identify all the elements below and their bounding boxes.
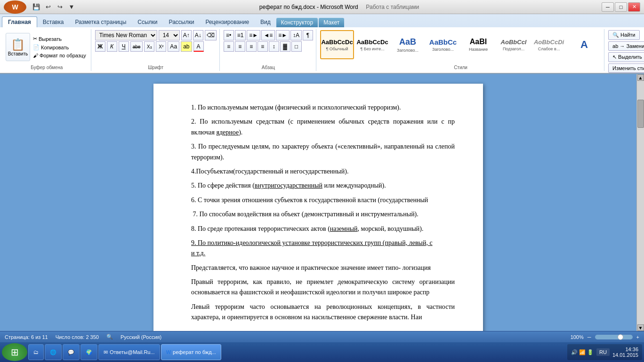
change-case-button[interactable]: Аа xyxy=(168,41,179,52)
styles-gallery: AaBbCcDc ¶ Обычный AaBbCcDc ¶ Без инте..… xyxy=(320,30,601,59)
office-button[interactable]: W xyxy=(4,0,26,14)
window-controls: ─ □ ✕ xyxy=(602,2,640,12)
editing-content: 🔍 Найти ab → Заменить ↖ Выделить Изменит… xyxy=(608,30,644,73)
redo-button[interactable]: ↪ xyxy=(55,2,65,12)
numbering-button[interactable]: ≡1 xyxy=(235,30,246,40)
increase-indent-button[interactable]: ≡► xyxy=(276,30,290,40)
document-scroll[interactable]: 1. По используемым методам (физический и… xyxy=(0,74,636,331)
customize-quick-access[interactable]: ▼ xyxy=(66,2,77,12)
taskbar-word[interactable]: W реферат по бжд... xyxy=(161,344,221,360)
vertical-scrollbar[interactable]: ▲ ▼ xyxy=(636,74,644,331)
style-heading1[interactable]: AaB Заголово... xyxy=(391,30,425,59)
find-button[interactable]: 🔍 Найти xyxy=(608,30,639,40)
change-styles-button[interactable]: Изменить стили xyxy=(608,63,644,73)
window-title: реферат по бжд.docx - Microsoft Word Раб… xyxy=(77,4,602,10)
title-bar-left: W 💾 ↩ ↪ ▼ xyxy=(4,0,77,14)
taskbar-chat[interactable]: 💬 xyxy=(63,344,80,360)
font-color-button[interactable]: А xyxy=(193,41,204,52)
superscript-button[interactable]: X² xyxy=(156,41,166,52)
style-normal[interactable]: AaBbCcDc ¶ Обычный xyxy=(320,30,354,59)
tab-home[interactable]: Главная xyxy=(2,16,37,27)
paragraph-1: 1. По используемым методам (физический и… xyxy=(191,102,455,113)
scroll-up-button[interactable]: ▲ xyxy=(637,74,644,81)
tab-references[interactable]: Ссылки xyxy=(132,17,163,27)
style-heading1-text: AaB xyxy=(399,37,416,47)
word-label: реферат по бжд... xyxy=(173,349,216,355)
word-count: Число слов: 2 350 xyxy=(56,334,99,340)
style-title[interactable]: AaBI Название xyxy=(461,30,495,59)
maximize-button[interactable]: □ xyxy=(615,2,627,12)
tab-constructor[interactable]: Конструктор xyxy=(276,18,318,27)
shading-button[interactable]: ▓ xyxy=(280,41,290,52)
align-left-button[interactable]: ≡ xyxy=(224,41,234,52)
subscript-button[interactable]: X₂ xyxy=(144,41,154,52)
font-size-select[interactable]: 14 xyxy=(159,30,180,40)
tab-mailings[interactable]: Рассылки xyxy=(163,17,200,27)
style-more[interactable]: A xyxy=(567,30,601,59)
font-name-select[interactable]: Times New Roman xyxy=(95,30,157,40)
zoom-minus-button[interactable]: ─ xyxy=(588,334,591,340)
undo-button[interactable]: ↩ xyxy=(43,2,53,12)
grow-font-button[interactable]: A↑ xyxy=(181,30,192,40)
date: 14.01.2015 xyxy=(612,352,638,358)
status-bar: Страница: 6 из 11 Число слов: 2 350 🔍 Ру… xyxy=(0,331,644,342)
shrink-font-button[interactable]: A↓ xyxy=(193,30,203,40)
bold-button[interactable]: Ж xyxy=(95,41,105,52)
paragraph-7: 7. По способам воздействия на объект (де… xyxy=(191,209,455,220)
start-button[interactable]: ⊞ xyxy=(2,343,27,361)
replace-button[interactable]: ab → Заменить xyxy=(608,41,644,51)
style-no-spacing[interactable]: AaBbCcDc ¶ Без инте... xyxy=(355,30,389,59)
minimize-button[interactable]: ─ xyxy=(602,2,614,12)
highlight-button[interactable]: ab xyxy=(181,41,192,52)
cut-button[interactable]: ✂ Вырезать xyxy=(31,35,88,43)
clear-format-button[interactable]: ⌫ xyxy=(205,30,217,40)
multilevel-button[interactable]: ≡► xyxy=(247,30,260,40)
taskbar-ie[interactable]: 🌐 xyxy=(45,344,62,360)
sort-button[interactable]: ↕A xyxy=(290,30,302,40)
taskbar-mail[interactable]: ✉ Ответы@Mail.Ru... xyxy=(98,344,160,360)
style-subtle-emphasis[interactable]: AoBbCcDi Слабое в... xyxy=(532,30,566,59)
scroll-down-button[interactable]: ▼ xyxy=(637,324,644,331)
borders-button[interactable]: □ xyxy=(291,41,302,52)
paragraph-5: 5. По сфере действия (внутригосударствен… xyxy=(191,181,455,191)
bullets-button[interactable]: ≡• xyxy=(224,30,234,40)
scroll-thumb[interactable] xyxy=(637,100,644,128)
zoom-plus-button[interactable]: + xyxy=(636,334,639,340)
tab-page-layout[interactable]: Разметка страницы xyxy=(69,17,132,27)
tab-view[interactable]: Вид xyxy=(255,17,276,27)
zoom-thumb[interactable] xyxy=(618,334,623,340)
tab-insert[interactable]: Вставка xyxy=(37,17,70,27)
font-group-label: Шрифт xyxy=(95,64,217,70)
font-controls: Times New Roman 14 A↑ A↓ ⌫ Ж К Ч аbe X₂ … xyxy=(95,30,217,52)
strikethrough-button[interactable]: аbe xyxy=(130,41,143,52)
save-button[interactable]: 💾 xyxy=(31,2,41,12)
show-hide-button[interactable]: ¶ xyxy=(303,30,313,40)
copy-button[interactable]: 📄 Копировать xyxy=(31,43,88,51)
align-center-button[interactable]: ≡ xyxy=(235,41,245,52)
tab-layout[interactable]: Макет xyxy=(319,18,344,27)
underline-button[interactable]: Ч xyxy=(119,41,129,52)
language: Русский (Россия) xyxy=(121,334,161,340)
taskbar-explorer[interactable]: 🗂 xyxy=(28,344,44,360)
paragraph-12: Левый терроризм часто основывается на ре… xyxy=(191,302,455,323)
close-button[interactable]: ✕ xyxy=(628,2,640,12)
decrease-indent-button[interactable]: ◄≡ xyxy=(261,30,275,40)
taskbar-chrome[interactable]: 🌍 xyxy=(80,344,97,360)
spell-check-icon: 🔍 xyxy=(106,334,113,340)
style-heading2[interactable]: AaBbCc Заголово... xyxy=(426,30,460,59)
language-button[interactable]: RU xyxy=(596,348,610,356)
align-right-button[interactable]: ≡ xyxy=(246,41,257,52)
italic-button[interactable]: К xyxy=(107,41,117,52)
format-painter-button[interactable]: 🖌 Формат по образцу xyxy=(31,52,88,59)
tab-review[interactable]: Рецензирование xyxy=(200,17,255,27)
justify-button[interactable]: ≡ xyxy=(258,41,268,52)
font-name-row: Times New Roman 14 A↑ A↓ ⌫ xyxy=(95,30,217,40)
line-spacing-button[interactable]: ↕ xyxy=(269,41,279,52)
clipboard-group: 📋 Вставить ✂ Вырезать 📄 Копировать 🖌 Фор… xyxy=(3,29,91,71)
paste-button[interactable]: 📋 Вставить xyxy=(6,33,30,61)
zoom-slider[interactable] xyxy=(595,335,633,339)
document-page[interactable]: 1. По используемым методам (физический и… xyxy=(153,84,483,331)
style-subtitle[interactable]: AoBbCcl Подзагол... xyxy=(497,30,531,59)
select-button[interactable]: ↖ Выделить xyxy=(608,52,644,62)
chrome-icon: 🌍 xyxy=(86,349,92,355)
